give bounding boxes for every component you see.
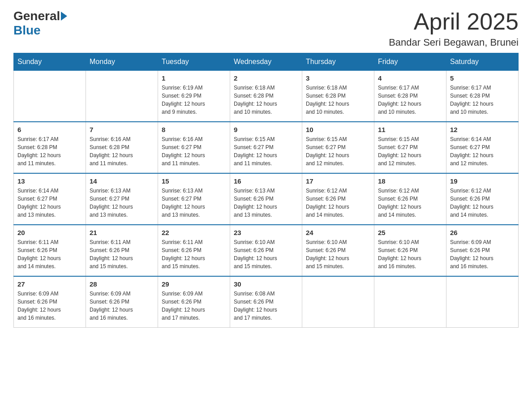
calendar-cell: 13Sunrise: 6:14 AM Sunset: 6:27 PM Dayli… (14, 173, 86, 225)
day-number: 12 (450, 126, 515, 133)
day-info: Sunrise: 6:11 AM Sunset: 6:26 PM Dayligh… (90, 238, 154, 270)
day-number: 27 (17, 280, 82, 288)
calendar-week-row: 20Sunrise: 6:11 AM Sunset: 6:26 PM Dayli… (14, 225, 519, 276)
calendar-cell: 4Sunrise: 6:17 AM Sunset: 6:28 PM Daylig… (374, 71, 446, 122)
calendar-week-row: 13Sunrise: 6:14 AM Sunset: 6:27 PM Dayli… (14, 173, 519, 225)
day-number: 5 (450, 74, 515, 82)
day-number: 14 (90, 177, 154, 185)
day-info: Sunrise: 6:18 AM Sunset: 6:28 PM Dayligh… (306, 84, 370, 116)
day-info: Sunrise: 6:11 AM Sunset: 6:26 PM Dayligh… (162, 238, 226, 270)
calendar-week-row: 27Sunrise: 6:09 AM Sunset: 6:26 PM Dayli… (14, 276, 519, 328)
day-number: 23 (234, 229, 298, 236)
day-number: 28 (90, 280, 154, 288)
calendar-header-wednesday: Wednesday (230, 53, 302, 71)
day-number: 4 (378, 74, 442, 82)
calendar-cell: 17Sunrise: 6:12 AM Sunset: 6:26 PM Dayli… (302, 173, 374, 225)
day-number: 18 (378, 177, 442, 185)
day-info: Sunrise: 6:15 AM Sunset: 6:27 PM Dayligh… (378, 135, 442, 167)
day-number: 20 (17, 229, 82, 236)
day-number: 25 (378, 229, 442, 236)
calendar-cell: 21Sunrise: 6:11 AM Sunset: 6:26 PM Dayli… (86, 225, 158, 276)
calendar-cell: 11Sunrise: 6:15 AM Sunset: 6:27 PM Dayli… (374, 122, 446, 173)
day-info: Sunrise: 6:09 AM Sunset: 6:26 PM Dayligh… (17, 290, 82, 322)
day-number: 24 (306, 229, 370, 236)
day-info: Sunrise: 6:14 AM Sunset: 6:27 PM Dayligh… (450, 135, 515, 167)
day-info: Sunrise: 6:09 AM Sunset: 6:26 PM Dayligh… (162, 290, 226, 322)
day-number: 17 (306, 177, 370, 185)
day-info: Sunrise: 6:10 AM Sunset: 6:26 PM Dayligh… (306, 238, 370, 270)
calendar-cell (374, 276, 446, 328)
day-info: Sunrise: 6:08 AM Sunset: 6:26 PM Dayligh… (234, 290, 298, 322)
calendar-cell: 29Sunrise: 6:09 AM Sunset: 6:26 PM Dayli… (158, 276, 230, 328)
calendar-cell: 15Sunrise: 6:13 AM Sunset: 6:27 PM Dayli… (158, 173, 230, 225)
calendar-header-row: SundayMondayTuesdayWednesdayThursdayFrid… (14, 53, 519, 71)
day-info: Sunrise: 6:10 AM Sunset: 6:26 PM Dayligh… (234, 238, 298, 270)
calendar-cell: 6Sunrise: 6:17 AM Sunset: 6:28 PM Daylig… (14, 122, 86, 173)
calendar-header-friday: Friday (374, 53, 446, 71)
title-section: April 2025 Bandar Seri Begawan, Brunei (389, 9, 519, 48)
calendar-cell: 16Sunrise: 6:13 AM Sunset: 6:26 PM Dayli… (230, 173, 302, 225)
day-info: Sunrise: 6:09 AM Sunset: 6:26 PM Dayligh… (450, 238, 515, 270)
calendar-cell: 18Sunrise: 6:12 AM Sunset: 6:26 PM Dayli… (374, 173, 446, 225)
day-number: 11 (378, 126, 442, 133)
day-info: Sunrise: 6:12 AM Sunset: 6:26 PM Dayligh… (306, 187, 370, 219)
calendar-cell: 8Sunrise: 6:16 AM Sunset: 6:27 PM Daylig… (158, 122, 230, 173)
calendar-cell: 22Sunrise: 6:11 AM Sunset: 6:26 PM Dayli… (158, 225, 230, 276)
day-number: 6 (17, 126, 82, 133)
calendar-cell: 14Sunrise: 6:13 AM Sunset: 6:27 PM Dayli… (86, 173, 158, 225)
day-info: Sunrise: 6:09 AM Sunset: 6:26 PM Dayligh… (90, 290, 154, 322)
page-header: General Blue April 2025 Bandar Seri Bega… (13, 9, 519, 48)
calendar-cell: 2Sunrise: 6:18 AM Sunset: 6:28 PM Daylig… (230, 71, 302, 122)
calendar-cell: 19Sunrise: 6:12 AM Sunset: 6:26 PM Dayli… (446, 173, 519, 225)
day-number: 22 (162, 229, 226, 236)
day-number: 26 (450, 229, 515, 236)
calendar-week-row: 6Sunrise: 6:17 AM Sunset: 6:28 PM Daylig… (14, 122, 519, 173)
calendar-cell: 3Sunrise: 6:18 AM Sunset: 6:28 PM Daylig… (302, 71, 374, 122)
calendar-cell (14, 71, 86, 122)
location-title: Bandar Seri Begawan, Brunei (389, 37, 519, 48)
calendar-cell: 5Sunrise: 6:17 AM Sunset: 6:28 PM Daylig… (446, 71, 519, 122)
day-number: 30 (234, 280, 298, 288)
day-number: 19 (450, 177, 515, 185)
calendar-header-monday: Monday (86, 53, 158, 71)
calendar-cell (302, 276, 374, 328)
calendar-week-row: 1Sunrise: 6:19 AM Sunset: 6:29 PM Daylig… (14, 71, 519, 122)
calendar-cell: 27Sunrise: 6:09 AM Sunset: 6:26 PM Dayli… (14, 276, 86, 328)
logo-arrow-icon (61, 12, 67, 21)
day-info: Sunrise: 6:17 AM Sunset: 6:28 PM Dayligh… (378, 84, 442, 116)
month-title: April 2025 (389, 9, 519, 34)
day-info: Sunrise: 6:16 AM Sunset: 6:28 PM Dayligh… (90, 135, 154, 167)
calendar-cell: 1Sunrise: 6:19 AM Sunset: 6:29 PM Daylig… (158, 71, 230, 122)
calendar-cell: 7Sunrise: 6:16 AM Sunset: 6:28 PM Daylig… (86, 122, 158, 173)
day-info: Sunrise: 6:10 AM Sunset: 6:26 PM Dayligh… (378, 238, 442, 270)
day-info: Sunrise: 6:16 AM Sunset: 6:27 PM Dayligh… (162, 135, 226, 167)
day-number: 21 (90, 229, 154, 236)
calendar-cell: 12Sunrise: 6:14 AM Sunset: 6:27 PM Dayli… (446, 122, 519, 173)
calendar-cell: 25Sunrise: 6:10 AM Sunset: 6:26 PM Dayli… (374, 225, 446, 276)
day-info: Sunrise: 6:12 AM Sunset: 6:26 PM Dayligh… (378, 187, 442, 219)
day-number: 16 (234, 177, 298, 185)
calendar-cell: 9Sunrise: 6:15 AM Sunset: 6:27 PM Daylig… (230, 122, 302, 173)
calendar-cell: 28Sunrise: 6:09 AM Sunset: 6:26 PM Dayli… (86, 276, 158, 328)
calendar-header-tuesday: Tuesday (158, 53, 230, 71)
logo-blue-text: Blue (13, 23, 41, 38)
day-number: 29 (162, 280, 226, 288)
calendar-table: SundayMondayTuesdayWednesdayThursdayFrid… (13, 53, 519, 328)
day-info: Sunrise: 6:13 AM Sunset: 6:27 PM Dayligh… (162, 187, 226, 219)
day-number: 13 (17, 177, 82, 185)
day-number: 7 (90, 126, 154, 133)
calendar-cell: 30Sunrise: 6:08 AM Sunset: 6:26 PM Dayli… (230, 276, 302, 328)
day-number: 9 (234, 126, 298, 133)
day-number: 1 (162, 74, 226, 82)
logo-general-text: General (13, 9, 60, 23)
calendar-cell: 24Sunrise: 6:10 AM Sunset: 6:26 PM Dayli… (302, 225, 374, 276)
calendar-cell: 26Sunrise: 6:09 AM Sunset: 6:26 PM Dayli… (446, 225, 519, 276)
calendar-cell: 10Sunrise: 6:15 AM Sunset: 6:27 PM Dayli… (302, 122, 374, 173)
day-info: Sunrise: 6:13 AM Sunset: 6:26 PM Dayligh… (234, 187, 298, 219)
calendar-cell (446, 276, 519, 328)
calendar-cell (86, 71, 158, 122)
day-info: Sunrise: 6:14 AM Sunset: 6:27 PM Dayligh… (17, 187, 82, 219)
calendar-header-thursday: Thursday (302, 53, 374, 71)
day-info: Sunrise: 6:12 AM Sunset: 6:26 PM Dayligh… (450, 187, 515, 219)
day-number: 10 (306, 126, 370, 133)
